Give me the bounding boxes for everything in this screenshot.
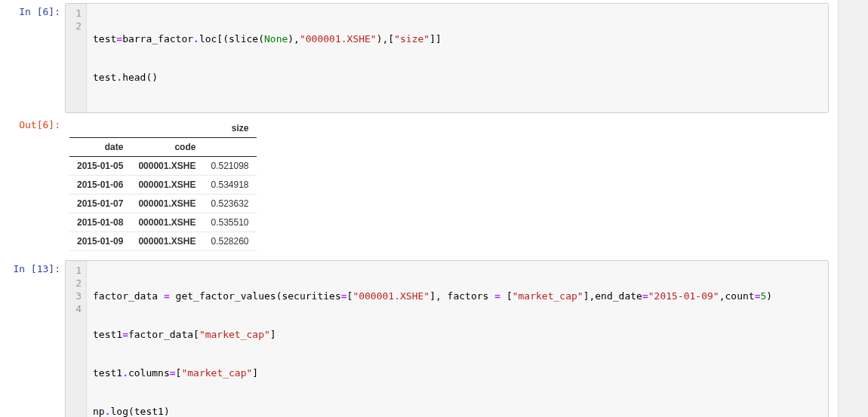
- dataframe-table: size date code 2015-01-05 000001.XSHE 0.…: [69, 119, 257, 251]
- cell-date: 2015-01-07: [69, 195, 131, 213]
- cell-value: 0.535510: [203, 213, 256, 232]
- right-margin: [838, 0, 868, 417]
- cell-code: 000001.XSHE: [131, 213, 203, 232]
- table-row: 2015-01-09 000001.XSHE 0.528260: [69, 232, 257, 251]
- input-prompt: In [6]:: [0, 3, 65, 17]
- cell-value: 0.523632: [203, 195, 256, 213]
- output-cell: Out[6]: size date code: [0, 115, 836, 259]
- table-row: 2015-01-08 000001.XSHE 0.535510: [69, 213, 257, 232]
- cell-code: 000001.XSHE: [131, 176, 203, 195]
- table-row: 2015-01-06 000001.XSHE 0.534918: [69, 176, 257, 195]
- notebook-container: In [6]: 1 2 test=barra_factor.loc[(slice…: [0, 0, 836, 417]
- cell-value: 0.521098: [203, 157, 256, 176]
- output-area: size date code 2015-01-05 000001.XSHE 0.…: [65, 116, 836, 257]
- cell-date: 2015-01-06: [69, 176, 131, 195]
- cell-date: 2015-01-09: [69, 232, 131, 251]
- input-prompt: In [13]:: [0, 260, 65, 274]
- code-cell: In [13]: 1 2 3 4 factor_data = get_facto…: [0, 259, 836, 417]
- code-cell: In [6]: 1 2 test=barra_factor.loc[(slice…: [0, 2, 836, 115]
- index-header: date: [69, 138, 131, 157]
- table-row: 2015-01-07 000001.XSHE 0.523632: [69, 195, 257, 213]
- col-header-blank: [69, 119, 131, 138]
- code-editor[interactable]: 1 2 test=barra_factor.loc[(slice(None),"…: [65, 3, 829, 113]
- col-header-blank: [203, 138, 256, 157]
- cell-value: 0.528260: [203, 232, 256, 251]
- cell-value: 0.534918: [203, 176, 256, 195]
- code-text[interactable]: test=barra_factor.loc[(slice(None),"0000…: [87, 4, 448, 112]
- index-header: code: [131, 138, 203, 157]
- line-gutter: 1 2 3 4: [66, 261, 87, 417]
- cell-code: 000001.XSHE: [131, 195, 203, 213]
- col-header-blank: [131, 119, 203, 138]
- code-text[interactable]: factor_data = get_factor_values(securiti…: [87, 261, 778, 417]
- line-gutter: 1 2: [66, 4, 87, 112]
- cell-code: 000001.XSHE: [131, 157, 203, 176]
- table-row: 2015-01-05 000001.XSHE 0.521098: [69, 157, 257, 176]
- cell-date: 2015-01-05: [69, 157, 131, 176]
- col-header: size: [203, 119, 256, 138]
- output-prompt: Out[6]:: [0, 116, 65, 130]
- code-editor[interactable]: 1 2 3 4 factor_data = get_factor_values(…: [65, 260, 829, 417]
- cell-date: 2015-01-08: [69, 213, 131, 232]
- cell-code: 000001.XSHE: [131, 232, 203, 251]
